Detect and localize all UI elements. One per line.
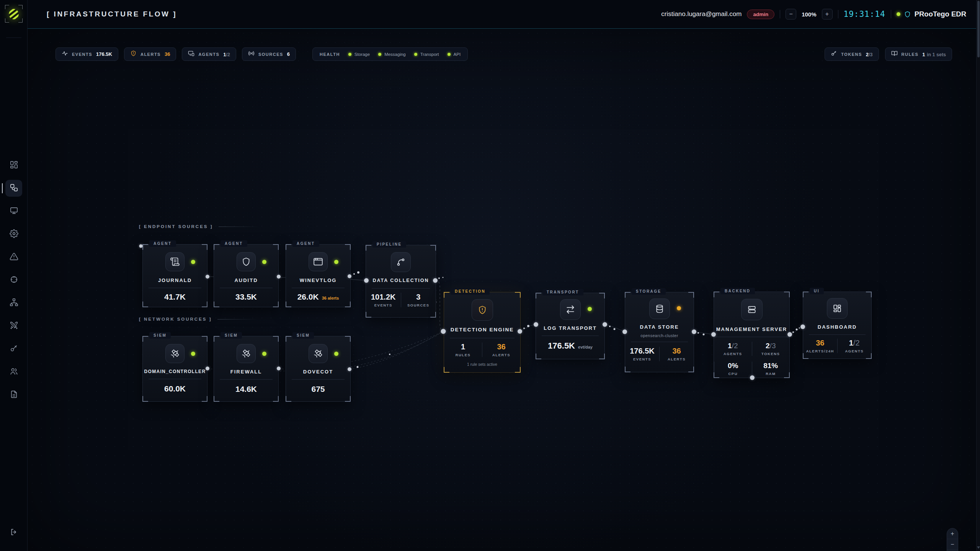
connection-dot[interactable] (348, 367, 351, 371)
node-management-server[interactable]: BACKEND MANAGEMENT SERVER 1/2AGENTS 2/3T… (714, 292, 790, 378)
canvas-zoom-out-button[interactable]: − (947, 539, 958, 550)
connection-dot[interactable] (518, 329, 522, 334)
stat-events: 176.5KEVENTS (625, 347, 659, 361)
node-dovecot[interactable]: SIEM DOVECOT 675 (286, 336, 351, 402)
agents-chip[interactable]: AGENTS 1/2 (182, 47, 236, 61)
satellite-icon (165, 344, 185, 363)
sidebar-item-topology[interactable] (5, 295, 22, 311)
sidebar-item-alerts[interactable] (5, 249, 22, 266)
connection-dot[interactable] (206, 367, 209, 370)
node-type-tab: PIPELINE (372, 241, 406, 248)
sidebar-item-detection[interactable] (5, 272, 22, 289)
node-log-transport[interactable]: TRANSPORT LOG TRANSPORT 176.5Kevt/day (536, 293, 605, 359)
node-divider (809, 334, 866, 335)
node-dashboard[interactable]: UI DASHBOARD 36ALERTS/24H 1/2AGENTS (803, 292, 872, 359)
node-detection-engine[interactable]: DETECTION DETECTION ENGINE 1RULES 36ALER… (444, 292, 521, 373)
sidebar-item-infrastructure-flow[interactable] (5, 180, 22, 197)
connection-dot[interactable] (711, 332, 716, 337)
monitor-icon (10, 206, 18, 217)
sources-chip[interactable]: SOURCES 6 (242, 47, 296, 61)
brand-name: PRooTego EDR (915, 10, 966, 18)
connection-dot[interactable] (206, 275, 209, 279)
sidebar-item-attack-sim[interactable] (5, 318, 22, 334)
stat-tokens: 2/3TOKENS (752, 342, 790, 356)
sidebar-item-reports[interactable] (5, 386, 22, 403)
canvas-zoom-controls: + − (947, 528, 958, 551)
particle (523, 328, 525, 329)
book-open-icon (891, 50, 898, 58)
crosshair-icon (10, 275, 18, 285)
scrollbar-thumb[interactable] (977, 1, 980, 57)
header-zoom-in-button[interactable]: + (822, 9, 833, 20)
logout-button[interactable] (5, 524, 22, 541)
status-dot (334, 260, 338, 264)
section-line (217, 319, 258, 320)
node-winevtlog[interactable]: AGENT WINEVTLOG 26.0K36 alerts (286, 244, 351, 307)
canvas-zoom-in-button[interactable]: + (947, 528, 958, 539)
node-value: 675 (286, 385, 350, 394)
connection-dot[interactable] (277, 367, 281, 370)
node-name: DOMAIN_CONTROLLER (143, 369, 207, 374)
app-logo[interactable] (5, 5, 23, 23)
node-name: WINEVTLOG (286, 277, 350, 283)
status-dot (588, 307, 592, 311)
particle (703, 334, 705, 336)
scroll-text-icon (165, 252, 185, 271)
alert-note: 36 alerts (322, 296, 339, 300)
sidebar-item-keys[interactable] (5, 341, 22, 357)
connection-dot[interactable] (787, 332, 792, 337)
node-divider (292, 379, 345, 380)
node-firewall[interactable]: SIEM FIREWALL 14.6K (214, 336, 279, 402)
flow-canvas[interactable]: EVENTS 176.5K ALERTS 36 AGENTS 1/2 SOURC… (28, 29, 980, 551)
connection-dot[interactable] (534, 322, 538, 327)
rules-chip[interactable]: RULES 1 in 1 sets (885, 47, 952, 61)
node-auditd[interactable]: AGENT AUDITD 33.5K (214, 244, 279, 307)
sidebar-item-dashboard[interactable] (5, 157, 22, 174)
sidebar-item-settings[interactable] (5, 226, 22, 243)
sidebar-item-monitoring[interactable] (5, 203, 22, 220)
connection-dot[interactable] (364, 278, 369, 283)
connection-dot[interactable] (692, 329, 696, 334)
header-zoom-out-button[interactable]: − (786, 9, 796, 20)
node-type-tab: BACKEND (720, 288, 755, 294)
stat-rules: 1RULES (444, 342, 482, 357)
connection-dot[interactable] (433, 278, 438, 283)
page-scrollbar[interactable] (976, 0, 980, 551)
connection-dot[interactable] (441, 329, 446, 334)
node-type-tab: AGENT (220, 240, 247, 247)
particle (389, 354, 390, 355)
health-item-transport: Transport (414, 52, 439, 57)
connection-dot[interactable] (277, 275, 281, 279)
node-divider (149, 288, 201, 288)
node-type-tab: DETECTION (451, 288, 490, 295)
node-divider (542, 336, 599, 336)
node-journald[interactable]: AGENT JOURNALD 41.7K (142, 244, 207, 307)
clock: 19:31:14 (844, 10, 885, 19)
connection-dot[interactable] (139, 245, 143, 248)
node-data-collection[interactable]: PIPELINE DATA COLLECTION 101.2KEVENTS 3S… (366, 245, 436, 318)
scrollbar-down-arrow[interactable] (977, 546, 980, 549)
stat-alerts-24h: 36ALERTS/24H (803, 339, 837, 353)
health-item-storage: Storage (348, 52, 370, 57)
events-chip[interactable]: EVENTS 176.5K (56, 47, 118, 61)
node-type-tab: SIEM (220, 332, 242, 339)
connection-dot[interactable] (348, 274, 351, 278)
connection-dot[interactable] (622, 329, 627, 334)
sidebar (0, 0, 28, 551)
radio-icon (248, 50, 255, 58)
devices-icon (188, 50, 194, 58)
divider (891, 10, 891, 18)
tokens-chip[interactable]: TOKENS 2/3 (825, 47, 879, 61)
node-name: AUDITD (214, 277, 278, 283)
connection-dot[interactable] (750, 375, 755, 380)
shield-alert-icon (130, 50, 137, 58)
sidebar-item-users[interactable] (5, 364, 22, 380)
node-value: 26.0K36 alerts (286, 292, 350, 302)
node-domain-controller[interactable]: SIEM DOMAIN_CONTROLLER 60.0K (142, 336, 207, 402)
alerts-chip[interactable]: ALERTS 36 (124, 47, 176, 61)
status-dot (262, 260, 266, 264)
connection-dot[interactable] (603, 322, 607, 327)
connection-dot[interactable] (800, 324, 805, 329)
node-name: DASHBOARD (803, 324, 871, 330)
node-data-store[interactable]: STORAGE DATA STORE opensearch-cluster 17… (625, 292, 694, 372)
